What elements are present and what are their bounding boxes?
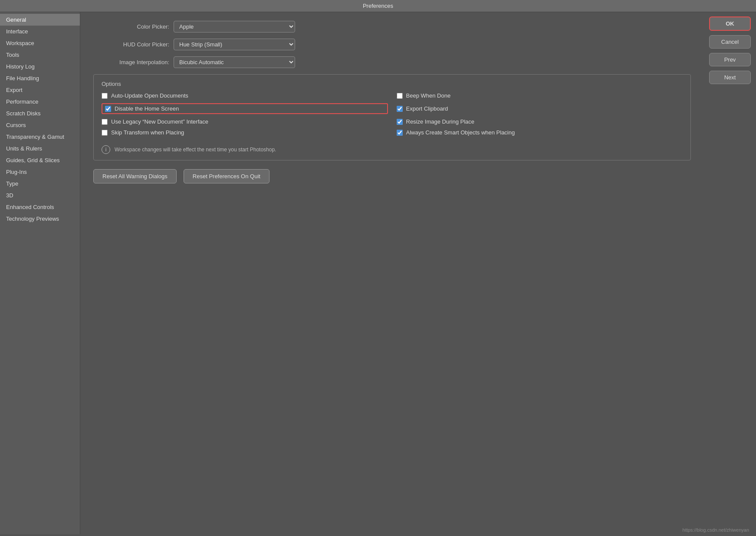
checkbox-row-always-create-smart-objects: Always Create Smart Objects when Placing (397, 129, 683, 136)
info-icon: i (102, 145, 110, 154)
checkbox-label-legacy-new-document: Use Legacy “New Document” Interface (111, 118, 208, 125)
color-picker-label: Color Picker: (93, 23, 169, 30)
hud-color-picker-label: HUD Color Picker: (93, 41, 169, 48)
sidebar-item-interface[interactable]: Interface (0, 26, 80, 37)
sidebar-item-3d[interactable]: 3D (0, 190, 80, 201)
image-interpolation-row: Image Interpolation: Bicubic AutomaticNe… (93, 56, 691, 68)
right-panel: OK Cancel Prev Next (704, 12, 756, 534)
checkbox-label-always-create-smart-objects: Always Create Smart Objects when Placing (406, 129, 515, 136)
checkbox-always-create-smart-objects[interactable] (397, 130, 403, 136)
checkbox-row-disable-home-screen: Disable the Home Screen (102, 103, 388, 114)
sidebar-item-transparency-gamut[interactable]: Transparency & Gamut (0, 131, 80, 143)
checkbox-auto-update[interactable] (102, 93, 108, 99)
checkbox-resize-image-during-place[interactable] (397, 119, 403, 125)
options-title: Options (102, 81, 683, 87)
window-title: Preferences (363, 3, 393, 9)
checkbox-disable-home-screen[interactable] (105, 106, 111, 112)
sidebar-item-export[interactable]: Export (0, 84, 80, 96)
options-box: Options Auto-Update Open DocumentsBeep W… (93, 74, 691, 160)
cancel-button[interactable]: Cancel (709, 35, 751, 49)
content-area: Color Picker: AppleWindows HUD Color Pic… (80, 12, 704, 534)
watermark: https://blog.csdn.net/zhiwenyan (683, 527, 749, 533)
checkbox-row-legacy-new-document: Use Legacy “New Document” Interface (102, 118, 388, 125)
hud-color-picker-row: HUD Color Picker: Hue Strip (Small)Hue S… (93, 39, 691, 50)
checkbox-label-resize-image-during-place: Resize Image During Place (406, 118, 475, 125)
color-picker-row: Color Picker: AppleWindows (93, 21, 691, 33)
title-bar: Preferences (0, 0, 756, 12)
options-grid: Auto-Update Open DocumentsBeep When Done… (102, 92, 683, 154)
next-button[interactable]: Next (709, 71, 751, 84)
sidebar-item-general[interactable]: General (0, 14, 80, 26)
image-interpolation-label: Image Interpolation: (93, 59, 169, 65)
checkbox-beep-when-done[interactable] (397, 93, 403, 99)
checkbox-label-auto-update: Auto-Update Open Documents (111, 92, 188, 99)
checkbox-label-export-clipboard: Export Clipboard (406, 105, 448, 112)
ok-button[interactable]: OK (709, 16, 751, 31)
sidebar-item-tools[interactable]: Tools (0, 49, 80, 61)
sidebar-item-cursors[interactable]: Cursors (0, 119, 80, 131)
info-row: i Workspace changes will take effect the… (102, 145, 683, 154)
checkbox-label-skip-transform: Skip Transform when Placing (111, 129, 184, 136)
checkbox-export-clipboard[interactable] (397, 106, 403, 112)
image-interpolation-select[interactable]: Bicubic AutomaticNearest NeighborBilinea… (174, 56, 295, 68)
checkbox-row-beep-when-done: Beep When Done (397, 92, 683, 99)
sidebar: GeneralInterfaceWorkspaceToolsHistory Lo… (0, 12, 80, 534)
sidebar-item-workspace[interactable]: Workspace (0, 37, 80, 49)
sidebar-item-file-handling[interactable]: File Handling (0, 72, 80, 84)
prev-button[interactable]: Prev (709, 53, 751, 66)
reset-warnings-button[interactable]: Reset All Warning Dialogs (93, 169, 177, 183)
sidebar-item-history-log[interactable]: History Log (0, 61, 80, 72)
sidebar-item-plug-ins[interactable]: Plug-Ins (0, 166, 80, 178)
sidebar-item-guides-grid-slices[interactable]: Guides, Grid & Slices (0, 154, 80, 166)
checkbox-legacy-new-document[interactable] (102, 119, 108, 125)
bottom-buttons: Reset All Warning Dialogs Reset Preferen… (93, 169, 691, 183)
color-picker-select[interactable]: AppleWindows (174, 21, 295, 33)
sidebar-item-technology-previews[interactable]: Technology Previews (0, 213, 80, 225)
checkbox-label-disable-home-screen: Disable the Home Screen (115, 105, 179, 112)
checkbox-row-skip-transform: Skip Transform when Placing (102, 129, 388, 136)
sidebar-item-type[interactable]: Type (0, 178, 80, 190)
checkbox-row-export-clipboard: Export Clipboard (397, 103, 683, 114)
sidebar-item-scratch-disks[interactable]: Scratch Disks (0, 108, 80, 119)
reset-prefs-button[interactable]: Reset Preferences On Quit (184, 169, 270, 183)
sidebar-item-performance[interactable]: Performance (0, 96, 80, 108)
checkbox-skip-transform[interactable] (102, 130, 108, 136)
hud-color-picker-select[interactable]: Hue Strip (Small)Hue Strip (Medium)Hue S… (174, 39, 295, 50)
checkbox-label-beep-when-done: Beep When Done (406, 92, 451, 99)
sidebar-item-enhanced-controls[interactable]: Enhanced Controls (0, 201, 80, 213)
info-text: Workspace changes will take effect the n… (115, 147, 276, 153)
sidebar-item-units-rulers[interactable]: Units & Rulers (0, 143, 80, 154)
checkbox-row-resize-image-during-place: Resize Image During Place (397, 118, 683, 125)
checkbox-row-auto-update: Auto-Update Open Documents (102, 92, 388, 99)
